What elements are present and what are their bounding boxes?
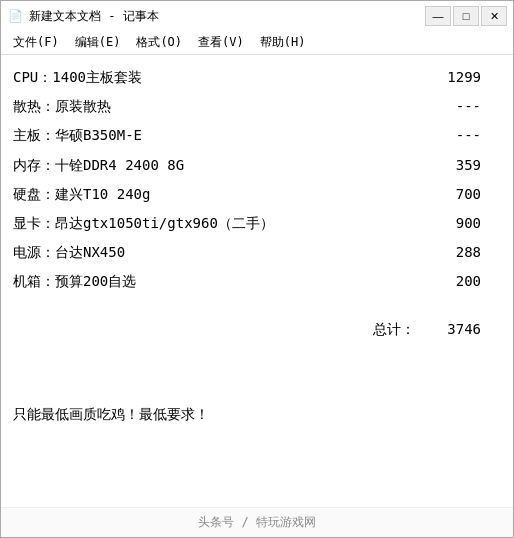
app-icon: 📄 [7, 8, 23, 24]
menu-help[interactable]: 帮助(H) [252, 32, 314, 53]
spacer2 [13, 346, 501, 362]
table-row: 内存：十铨DDR4 2400 8G 359 [13, 151, 501, 180]
window-title: 新建文本文档 - 记事本 [29, 8, 159, 25]
part-label: 散热：原装散热 [13, 94, 441, 119]
menu-format[interactable]: 格式(O) [128, 32, 190, 53]
window-controls: — □ ✕ [425, 6, 507, 26]
table-row: 机箱：预算200自选 200 [13, 267, 501, 296]
total-label: 总计： [373, 317, 415, 342]
part-price: 200 [441, 269, 501, 294]
minimize-button[interactable]: — [425, 6, 451, 26]
table-row: CPU：1400主板套装 1299 [13, 63, 501, 92]
table-row: 显卡：昂达gtx1050ti/gtx960（二手） 900 [13, 209, 501, 238]
menu-file[interactable]: 文件(F) [5, 32, 67, 53]
table-row: 主板：华硕B350M-E --- [13, 121, 501, 150]
part-price: --- [441, 123, 501, 148]
table-row: 硬盘：建兴T10 240g 700 [13, 180, 501, 209]
pc-parts-table: CPU：1400主板套装 1299 散热：原装散热 --- 主板：华硕B350M… [13, 63, 501, 297]
maximize-button[interactable]: □ [453, 6, 479, 26]
menu-bar: 文件(F) 编辑(E) 格式(O) 查看(V) 帮助(H) [1, 31, 513, 55]
part-price: 288 [441, 240, 501, 265]
table-row: 电源：台达NX450 288 [13, 238, 501, 267]
part-price: 900 [441, 211, 501, 236]
part-label: CPU：1400主板套装 [13, 65, 441, 90]
menu-edit[interactable]: 编辑(E) [67, 32, 129, 53]
part-label: 主板：华硕B350M-E [13, 123, 441, 148]
close-button[interactable]: ✕ [481, 6, 507, 26]
title-bar-left: 📄 新建文本文档 - 记事本 [7, 8, 159, 25]
part-price: --- [441, 94, 501, 119]
part-price: 700 [441, 182, 501, 207]
title-bar: 📄 新建文本文档 - 记事本 — □ ✕ [1, 1, 513, 31]
menu-view[interactable]: 查看(V) [190, 32, 252, 53]
watermark: 头条号 / 特玩游戏网 [1, 507, 513, 537]
spacer3 [13, 362, 501, 378]
note-text: 只能最低画质吃鸡！最低要求！ [13, 402, 501, 427]
part-label: 机箱：预算200自选 [13, 269, 441, 294]
text-content[interactable]: CPU：1400主板套装 1299 散热：原装散热 --- 主板：华硕B350M… [1, 55, 513, 507]
table-row: 散热：原装散热 --- [13, 92, 501, 121]
total-value: 3746 [431, 317, 481, 342]
notepad-window: 📄 新建文本文档 - 记事本 — □ ✕ 文件(F) 编辑(E) 格式(O) 查… [0, 0, 514, 538]
part-price: 359 [441, 153, 501, 178]
spacer [13, 297, 501, 313]
part-price: 1299 [441, 65, 501, 90]
part-label: 硬盘：建兴T10 240g [13, 182, 441, 207]
part-label: 内存：十铨DDR4 2400 8G [13, 153, 441, 178]
part-label: 电源：台达NX450 [13, 240, 441, 265]
total-row: 总计： 3746 [13, 313, 501, 346]
part-label: 显卡：昂达gtx1050ti/gtx960（二手） [13, 211, 441, 236]
